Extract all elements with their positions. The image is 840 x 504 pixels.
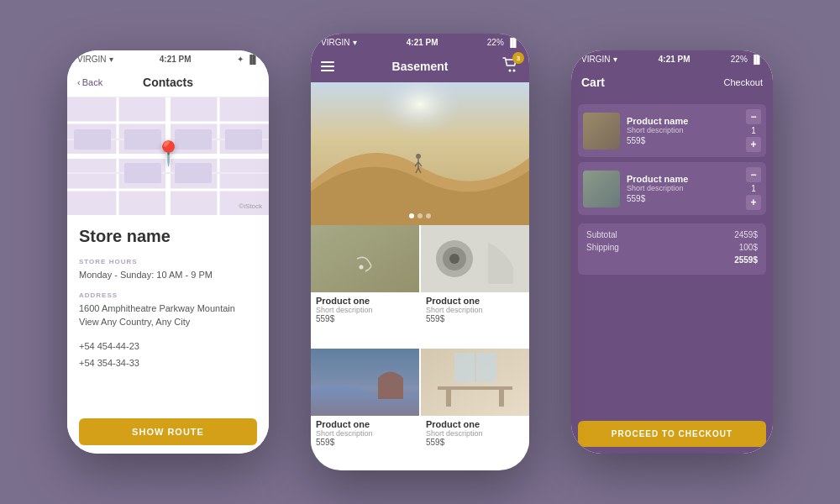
qty-minus-2[interactable]: − [746,167,761,182]
qty-val-1: 1 [751,126,756,135]
back-label: Back [82,77,102,87]
nav-bar-contacts: ‹ Back Contacts [67,67,269,97]
back-button[interactable]: ‹ Back [77,77,102,87]
svg-point-16 [509,70,512,72]
phones-container: VIRGIN ▾ 4:21 PM ✦ ▐▌ ‹ Back Contacts [42,17,798,487]
time-left: 4:21 PM [160,55,192,64]
battery-icon-center: ▐▌ [507,38,519,47]
cart-item-desc-1: Short description [627,126,739,134]
carrier-center: VIRGIN [321,38,349,47]
address-label: ADDRESS [79,291,257,299]
svg-point-17 [513,70,516,72]
svg-rect-36 [446,390,451,407]
product-card-info-4: Product one Short description 559$ [421,416,529,450]
product-card-info-2: Product one Short description 559$ [421,292,529,327]
product-price-1: 559$ [316,314,414,323]
cart-item-name-1: Product name [627,116,739,126]
qty-plus-1[interactable]: + [746,137,761,152]
product-name-3: Product one [316,419,414,429]
cart-badge: 3 [512,52,524,64]
svg-point-32 [449,254,459,264]
status-left: VIRGIN ▾ [77,55,113,64]
ocean-svg [311,349,419,416]
cart-item-name-2: Product name [627,174,739,184]
product-desc-2: Short description [426,306,524,314]
wifi-icon: ▾ [109,55,113,64]
phone-numbers: +54 454-44-23 +54 354-34-33 [79,339,257,372]
show-route-button[interactable]: SHOW ROUTE [79,418,257,445]
hours-label: STORE HOURS [79,258,257,265]
hours-value: Monday - Sunday: 10 AM - 9 PM [79,269,257,281]
status-right-left: ✦ ▐▌ [237,55,259,64]
svg-rect-14 [74,129,111,150]
chevron-left-icon: ‹ [77,77,81,87]
shipping-value: 100$ [739,243,758,252]
product-name-2: Product one [426,296,524,306]
product-card-1[interactable]: Product one Short description 559$ [311,225,419,347]
product-image-interior [421,349,529,416]
hero-dot-2[interactable] [417,213,423,218]
cart-nav: Cart Checkout [571,67,773,97]
carrier-right-wrap: VIRGIN ▾ [581,55,617,64]
product-name-4: Product one [426,419,524,429]
status-bar-center: VIRGIN ▾ 4:21 PM 22% ▐▌ [311,34,529,50]
map-credit: ©iStock [239,202,262,210]
cart-footer: PROCEED TO CHECKOUT [571,414,773,454]
cart-content: Product name Short description 559$ − 1 … [571,97,773,414]
cart-item-info-1: Product name Short description 559$ [627,116,739,145]
phone-contacts: VIRGIN ▾ 4:21 PM ✦ ▐▌ ‹ Back Contacts [67,50,269,454]
cart-thumb-2 [583,171,620,207]
hero-svg [311,82,529,225]
subtotal-label: Subtotal [586,230,617,239]
hamburger-line-1 [321,61,334,63]
hero-dot-1[interactable] [409,213,414,218]
qty-plus-2[interactable]: + [746,195,761,210]
svg-point-28 [360,265,364,270]
product-image-speaker [421,225,529,292]
carrier-right: VIRGIN [581,55,610,64]
battery-icon: ▐▌ [247,55,259,64]
wifi-center-icon: ▾ [353,38,357,47]
svg-rect-27 [311,225,419,292]
summary-subtotal: Subtotal 2459$ [586,230,758,239]
address-value: 1600 Amphitheatre Parkway Mountain View … [79,302,257,328]
cart-item-1: Product name Short description 559$ − 1 … [578,104,766,157]
battery-icon-right: ▐▌ [751,55,763,64]
qty-minus-1[interactable]: − [746,109,761,124]
bluetooth-icon: ✦ [237,55,244,64]
hero-dots [409,213,431,218]
basement-title: Basement [392,60,449,73]
cart-thumb-1 [583,113,620,150]
hero-dot-3[interactable] [426,213,431,218]
product-image-ocean [311,349,419,416]
product-card-info-3: Product one Short description 559$ [311,416,419,450]
map-pin: 📍 [154,139,183,167]
proceed-checkout-button[interactable]: PROCEED TO CHECKOUT [578,421,766,447]
summary-shipping: Shipping 100$ [586,243,758,252]
product-card-3[interactable]: Product one Short description 559$ [311,349,419,470]
svg-point-20 [416,154,421,159]
svg-rect-37 [499,390,504,407]
contact-footer: SHOW ROUTE [67,410,269,454]
cart-button[interactable]: 3 [502,57,519,76]
cart-item-price-2: 559$ [627,194,739,203]
cart-title: Cart [581,76,605,89]
product-name-1: Product one [316,296,414,306]
speaker-svg [421,225,529,292]
phone-2: +54 354-34-33 [79,355,257,372]
product-card-4[interactable]: Product one Short description 559$ [421,349,529,470]
battery-pct-right: 22% [731,55,748,64]
checkout-nav-label[interactable]: Checkout [724,77,763,87]
product-price-3: 559$ [316,438,414,447]
product-card-info-1: Product one Short description 559$ [311,292,419,327]
product-card-2[interactable]: Product one Short description 559$ [421,225,529,347]
interior-svg [421,349,529,416]
store-name: Store name [79,227,257,246]
hero-image [311,82,529,225]
cart-item-desc-2: Short description [627,184,739,192]
product-desc-1: Short description [316,306,414,314]
cart-item-price-1: 559$ [627,136,739,145]
svg-rect-15 [225,129,262,150]
cart-item-controls-1: − 1 + [746,109,761,152]
hamburger-button[interactable] [321,61,334,71]
